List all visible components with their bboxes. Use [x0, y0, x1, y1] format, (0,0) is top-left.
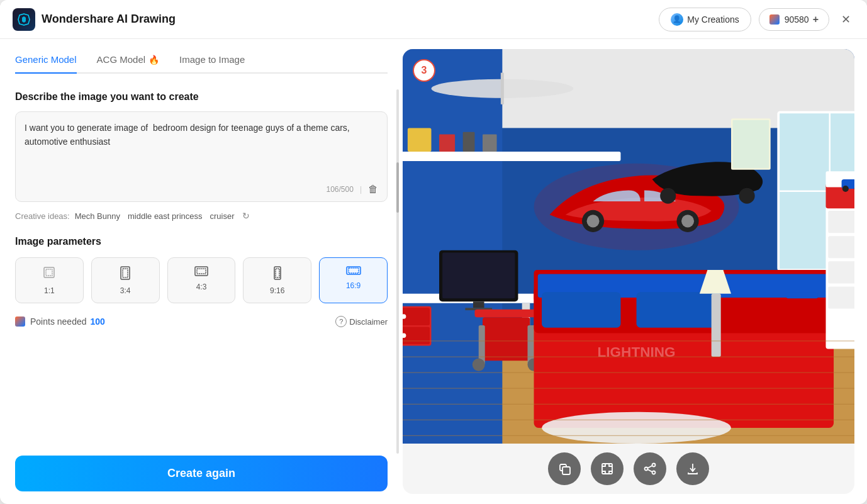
refresh-ideas-icon[interactable]: ↻ — [242, 211, 250, 221]
tab-acg-model[interactable]: ACG Model 🔥 — [97, 54, 160, 74]
idea-mech-bunny[interactable]: Mech Bunny — [72, 211, 123, 221]
svg-rect-45 — [474, 310, 537, 318]
svg-rect-7 — [276, 269, 279, 277]
svg-point-49 — [473, 359, 485, 371]
ratio-1-1-icon — [42, 266, 56, 283]
app-logo — [13, 8, 35, 31]
svg-line-90 — [647, 466, 652, 468]
right-panel: 3 — [403, 39, 867, 504]
expand-image-button[interactable] — [591, 452, 624, 485]
svg-rect-1 — [46, 269, 52, 276]
share-image-button[interactable] — [634, 452, 666, 485]
add-credits-icon: + — [813, 14, 819, 25]
disclaimer-label: Disclaimer — [349, 317, 388, 327]
svg-rect-42 — [442, 253, 515, 299]
app-window: Wondershare AI Drawing 👤 My Creations 90… — [0, 0, 867, 504]
points-label: Points needed — [30, 316, 87, 327]
ratio-3-4-label: 3:4 — [120, 286, 131, 295]
bedroom-scene-svg: LIGHTNING — [403, 49, 854, 444]
svg-rect-21 — [403, 152, 620, 161]
tab-image-to-image[interactable]: Image to Image — [179, 54, 245, 74]
my-creations-button[interactable]: 👤 My Creations — [659, 8, 751, 31]
avatar-icon: 👤 — [671, 13, 683, 26]
generated-image: 3 — [403, 49, 854, 444]
action-bar — [403, 444, 854, 494]
svg-rect-24 — [463, 132, 475, 152]
ratio-1-1[interactable]: 1:1 — [15, 257, 84, 303]
ratio-9-16-icon — [273, 266, 282, 283]
prompt-input[interactable]: I want you to generate image of bedroom … — [25, 121, 378, 177]
svg-rect-16 — [501, 73, 504, 104]
textarea-footer: 106/500 | 🗑 — [25, 184, 378, 195]
idea-princess[interactable]: middle east princess — [125, 211, 205, 221]
ratio-1-1-label: 1:1 — [44, 286, 55, 295]
disclaimer-button[interactable]: ? Disclaimer — [335, 316, 388, 327]
title-bar: Wondershare AI Drawing 👤 My Creations 90… — [0, 0, 867, 39]
ratio-4-3-label: 4:3 — [196, 283, 207, 291]
m-logo-icon — [769, 14, 780, 25]
svg-rect-56 — [542, 292, 620, 327]
my-creations-label: My Creations — [687, 14, 739, 25]
creative-ideas-label: Creative ideas: — [15, 211, 70, 221]
create-again-button[interactable]: Create again — [15, 456, 388, 491]
svg-rect-63 — [828, 286, 854, 308]
ratio-4-3-icon — [194, 266, 209, 279]
svg-rect-22 — [408, 128, 432, 152]
points-value: 100 — [91, 316, 105, 327]
disclaimer-circle-icon: ? — [335, 316, 347, 327]
svg-rect-61 — [828, 236, 854, 258]
ratio-9-16-label: 9:16 — [270, 286, 284, 295]
left-panel: Generic Model ACG Model 🔥 Image to Image… — [0, 39, 403, 504]
points-left: Points needed 100 — [15, 316, 105, 327]
svg-point-82 — [842, 186, 849, 192]
image-container: 3 — [403, 49, 854, 494]
svg-point-89 — [652, 471, 656, 474]
describe-section-title: Describe the image you want to create — [15, 91, 388, 103]
points-row: Points needed 100 ? Disclaimer — [15, 316, 388, 327]
delete-prompt-icon[interactable]: 🗑 — [368, 184, 378, 195]
svg-rect-60 — [828, 211, 854, 233]
svg-rect-25 — [483, 134, 497, 152]
credits-value: 90580 — [785, 14, 809, 25]
idea-cruiser[interactable]: cruiser — [207, 211, 237, 221]
title-right: 👤 My Creations 90580 + ✕ — [659, 8, 854, 31]
tab-generic-model[interactable]: Generic Model — [15, 54, 77, 74]
credits-button[interactable]: 90580 + — [759, 8, 829, 31]
svg-rect-23 — [439, 134, 455, 152]
svg-rect-9 — [349, 268, 359, 273]
svg-line-91 — [647, 469, 652, 472]
svg-rect-72 — [712, 294, 721, 357]
svg-point-87 — [652, 464, 656, 467]
svg-rect-4 — [195, 267, 208, 276]
svg-rect-3 — [123, 269, 128, 277]
ratio-9-16[interactable]: 9:16 — [243, 257, 311, 303]
creative-ideas-row: Creative ideas: Mech Bunny middle east p… — [15, 211, 388, 221]
svg-rect-86 — [602, 464, 612, 474]
ratio-4-3[interactable]: 4:3 — [167, 257, 236, 303]
char-count: 106/500 — [326, 185, 353, 194]
ratio-3-4[interactable]: 3:4 — [91, 257, 160, 303]
tabs-container: Generic Model ACG Model 🔥 Image to Image — [15, 54, 388, 74]
scrollbar[interactable] — [396, 89, 399, 454]
ratio-16-9[interactable]: 16:9 — [319, 257, 388, 303]
app-title: Wondershare AI Drawing — [42, 13, 176, 26]
svg-point-31 — [660, 188, 676, 204]
close-button[interactable]: ✕ — [837, 11, 854, 28]
fire-icon: 🔥 — [148, 55, 159, 65]
svg-point-28 — [587, 215, 600, 227]
points-m-logo — [15, 316, 25, 327]
params-title: Image parameters — [15, 236, 388, 247]
svg-rect-84 — [786, 292, 818, 298]
prompt-container: I want you to generate image of bedroom … — [15, 111, 388, 202]
svg-point-88 — [645, 468, 648, 471]
svg-rect-46 — [483, 317, 530, 361]
download-image-button[interactable] — [676, 452, 709, 485]
char-divider: | — [360, 185, 362, 194]
svg-rect-37 — [403, 308, 430, 325]
svg-rect-38 — [403, 327, 430, 344]
svg-rect-85 — [562, 467, 570, 474]
copy-image-button[interactable] — [548, 452, 581, 485]
ratio-16-9-icon — [345, 266, 362, 277]
svg-text:LIGHTNING: LIGHTNING — [597, 344, 675, 360]
main-content: Generic Model ACG Model 🔥 Image to Image… — [0, 39, 867, 504]
